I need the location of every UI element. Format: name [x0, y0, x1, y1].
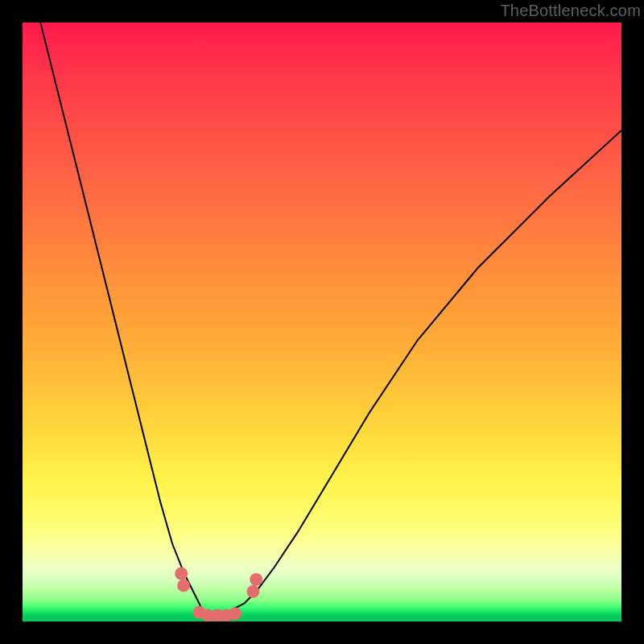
curve-marker [229, 607, 242, 620]
curve-layer [40, 23, 621, 616]
watermark-text: TheBottleneck.com [500, 2, 641, 20]
curve-marker [250, 573, 262, 586]
chart-plot-area [23, 23, 621, 621]
chart-svg [23, 23, 621, 621]
bottleneck-curve [40, 23, 621, 616]
curve-marker [177, 579, 190, 592]
curve-marker [246, 585, 259, 598]
marker-layer [175, 568, 262, 622]
chart-frame: TheBottleneck.com [0, 0, 644, 644]
curve-marker [175, 568, 188, 580]
